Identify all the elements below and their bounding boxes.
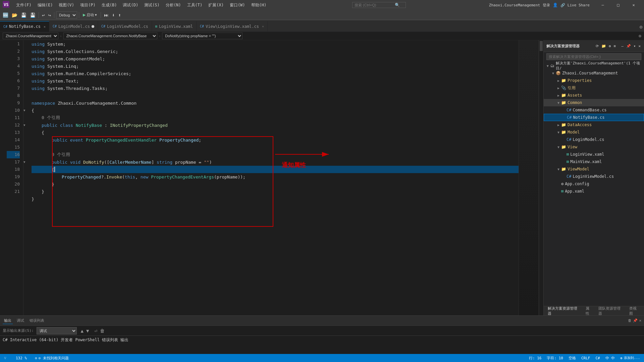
menu-tools[interactable]: 工具(T) [184, 2, 205, 9]
output-word-wrap-btn[interactable]: ⏎ [94, 328, 97, 333]
status-ime[interactable]: 中 中 [604, 356, 616, 361]
se-pin-btn[interactable]: 📌 [626, 43, 632, 49]
breadcrumb-project-dropdown[interactable]: Zhaoxi.CourseManagement [3, 33, 58, 39]
se-tab-properties[interactable]: 属性 [583, 305, 596, 317]
status-line[interactable]: 行: 16 [528, 356, 543, 361]
breadcrumb-method-dropdown[interactable]: DoNotify(string propName = "") [162, 33, 243, 39]
output-clear-btn[interactable]: 🗑 [628, 318, 632, 323]
tree-loginmodel[interactable]: C# LoginModel.cs [544, 136, 644, 143]
collapse-method-icon[interactable]: ▼ [23, 160, 25, 164]
menu-build[interactable]: 生成(B) [99, 2, 120, 9]
status-zoom[interactable]: 132 % [14, 356, 28, 360]
output-tab-debug[interactable]: 调试 [15, 317, 25, 324]
tree-expand-common[interactable]: ▼ [556, 101, 561, 105]
se-tab-solution-explorer[interactable]: 解决方案资源管理器 [545, 305, 583, 317]
tree-solution[interactable]: ▼ 🗂 解决方案'Zhaoxi.CourseManagement'(1 个项目/ [544, 62, 644, 69]
tree-viewmodel[interactable]: ▼ 📁 ViewModel [544, 165, 644, 173]
tree-assets[interactable]: ▶ 📁 Assets [544, 92, 644, 99]
tree-commandbase[interactable]: C# CommandBase.cs [544, 106, 644, 114]
output-source-select[interactable]: 调试 [37, 327, 77, 334]
se-filter-btn[interactable]: ≡ [613, 43, 617, 49]
maximize-button[interactable]: □ [610, 0, 626, 10]
tree-model[interactable]: ▼ 📁 Model [544, 128, 644, 136]
tree-expand-viewmodel[interactable]: ▼ [556, 167, 561, 171]
menu-window[interactable]: 窗口(W) [227, 2, 248, 9]
tree-expand-assets[interactable]: ▶ [556, 94, 561, 97]
output-pin-btn[interactable]: 📌 [633, 318, 638, 323]
se-sync-btn[interactable]: ⟳ [595, 43, 599, 49]
se-close-btn[interactable]: — [621, 43, 624, 49]
menu-help[interactable]: 帮助(H) [249, 2, 269, 9]
title-search-box[interactable]: 🔍 [352, 2, 406, 8]
menu-extensions[interactable]: 扩展(X) [206, 2, 226, 9]
tab-notifybase[interactable]: C# NotifyBase.cs ✕ [0, 21, 49, 32]
tree-expand-refs[interactable]: ▶ [556, 86, 561, 90]
tree-expand-model[interactable]: ▼ [556, 131, 561, 134]
redo-icon[interactable]: ↪ [47, 12, 52, 18]
step-out-icon[interactable]: ⬆ [117, 12, 122, 18]
debug-config-dropdown[interactable]: Debug [56, 11, 77, 19]
status-space[interactable]: 空格 [567, 356, 577, 361]
title-search-input[interactable] [355, 3, 395, 7]
tree-expand-solution[interactable]: ▼ [545, 64, 550, 68]
output-clear-output-btn[interactable]: 🗑 [100, 328, 105, 333]
code-editor[interactable]: 1 2 3 4 5 6 7 8 9 10 11 12 13 14 15 16 1… [0, 40, 543, 315]
tree-dataaccess[interactable]: ▶ 📁 DataAccess [544, 121, 644, 128]
menu-edit[interactable]: 编辑(E) [35, 2, 56, 9]
tree-loginview[interactable]: ⊠ LoginView.xaml [544, 151, 644, 158]
tree-appxaml[interactable]: ⊠ App.xaml [544, 188, 644, 195]
scrollbar-thumb[interactable] [540, 41, 543, 51]
tree-view[interactable]: ▼ 📁 View [544, 143, 644, 151]
tree-expand-dataaccess[interactable]: ▶ [556, 123, 561, 127]
tree-mainview[interactable]: ⊠ MainView.xaml [544, 158, 644, 165]
tree-properties[interactable]: ▶ 📁 Properties [544, 77, 644, 84]
tab-loginviewmodel[interactable]: C# LoginViewModel.cs [98, 21, 152, 32]
tab-loginmodel[interactable]: C# LoginModel.cs [49, 21, 98, 32]
se-show-files-btn[interactable]: 📁 [601, 43, 607, 49]
collapse-class-icon[interactable]: ▼ [23, 123, 25, 127]
tree-loginviewmodel[interactable]: C# LoginViewModel.cs [544, 173, 644, 180]
se-tab-class-view[interactable]: 类视图 [627, 305, 643, 317]
tree-references[interactable]: ▶ 📎 引用 [544, 84, 644, 92]
login-label[interactable]: 登录 [543, 3, 550, 8]
breadcrumb-namespace-dropdown[interactable]: Zhaoxi.CourseManagement.Common.NotifyBas… [63, 33, 157, 39]
se-search-input[interactable] [546, 53, 641, 60]
new-project-icon[interactable]: 🆕 [1, 12, 10, 18]
breadcrumb-expand-icon[interactable]: ⊕ [639, 33, 641, 39]
output-tab-errors[interactable]: 错误列表 [28, 317, 46, 324]
status-char[interactable]: 字符: 10 [545, 356, 565, 361]
status-no-errors[interactable]: ⊙ ⊙ 未找到相关问题 [34, 356, 70, 361]
save-icon[interactable]: 💾 [19, 12, 28, 18]
live-share-label[interactable]: 🔗 Live Share [560, 3, 590, 7]
start-debug-button[interactable]: ▶ 启动 ▾ [81, 12, 99, 18]
status-add-to[interactable]: ⊕ 添加到... [619, 356, 641, 361]
status-encoding[interactable]: CRLF [580, 356, 592, 361]
se-new-solution-btn[interactable]: ⊕ [608, 43, 612, 49]
output-nav-up-btn[interactable]: ▲ [81, 328, 84, 333]
tab-notifybase-close[interactable]: ✕ [44, 25, 46, 29]
undo-icon[interactable]: ↩ [41, 12, 46, 18]
menu-project[interactable]: 项目(P) [77, 2, 98, 9]
status-language[interactable]: C# [594, 356, 601, 361]
minimize-button[interactable]: — [595, 0, 610, 10]
tree-expand-project[interactable]: ▼ [550, 71, 556, 75]
menu-view[interactable]: 视图(V) [56, 2, 77, 9]
menu-file[interactable]: 文件(F) [13, 2, 34, 9]
tree-notifybase[interactable]: C# NotifyBase.cs [544, 114, 644, 121]
vertical-scrollbar[interactable] [539, 40, 543, 315]
tree-expand-view[interactable]: ▼ [556, 145, 561, 149]
output-nav-down-btn[interactable]: ▼ [86, 328, 89, 333]
code-text[interactable]: using System; using System.Collections.G… [28, 40, 519, 315]
status-git-branch[interactable]: ⑂ [3, 356, 9, 360]
tree-common-folder[interactable]: ▼ 📁 Common [544, 99, 644, 106]
menu-test[interactable]: 测试(S) [142, 2, 162, 9]
se-collapse-btn[interactable]: ✕ [638, 43, 641, 49]
tab-loginview[interactable]: ⊠ LoginView.xaml [152, 21, 197, 32]
step-into-icon[interactable]: ⬇ [111, 12, 116, 18]
close-button[interactable]: ✕ [626, 0, 641, 10]
output-tab-output[interactable]: 输出 [3, 317, 13, 324]
new-tab-button[interactable]: ⊕ [638, 22, 644, 32]
output-close-btn[interactable]: ✕ [639, 318, 641, 323]
menu-debug[interactable]: 调试(D) [120, 2, 141, 9]
open-icon[interactable]: 📂 [10, 12, 19, 18]
